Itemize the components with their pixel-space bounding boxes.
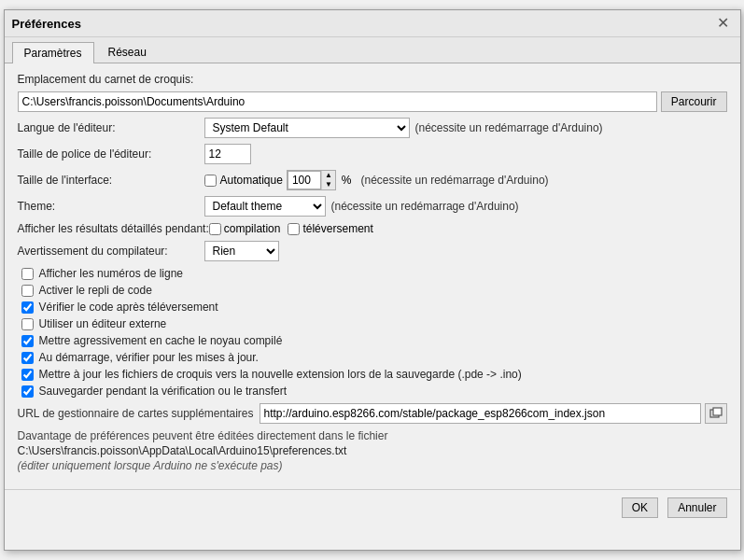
aggressive-cache-checkbox[interactable]: [21, 335, 34, 347]
aggressive-cache-label: Mettre agressivement en cache le noyau c…: [39, 334, 283, 347]
upload-checkbox[interactable]: [288, 223, 300, 235]
url-label: URL de gestionnaire de cartes supplément…: [18, 407, 254, 420]
interface-percent-input[interactable]: [288, 171, 321, 189]
close-button[interactable]: ✕: [713, 16, 733, 31]
code-folding-label: Activer le repli de code: [39, 284, 152, 297]
check-updates-row: Au démarrage, vérifier pour les mises à …: [21, 351, 727, 364]
checkboxes-section: Afficher les numéros de ligne Activer le…: [18, 267, 727, 398]
preferences-dialog: Préférences ✕ Paramètres Réseau Emplacem…: [4, 9, 741, 551]
save-verify-row: Sauvegarder pendant la vérification ou l…: [21, 385, 727, 398]
info-note: (éditer uniquement lorsque Arduino ne s'…: [18, 459, 727, 472]
cancel-button[interactable]: Annuler: [667, 497, 726, 518]
theme-note: (nécessite un redémarrage d'Arduino): [331, 200, 519, 213]
upload-label: téléversement: [302, 222, 372, 235]
url-row: URL de gestionnaire de cartes supplément…: [18, 403, 727, 424]
theme-select[interactable]: Default theme: [204, 196, 326, 217]
compiler-warning-select[interactable]: Rien: [204, 241, 279, 261]
interface-auto-label: Automatique: [220, 174, 283, 187]
font-size-label: Taille de police de l'éditeur:: [18, 147, 204, 161]
compiler-warning-row: Avertissement du compilateur: Rien: [18, 241, 727, 261]
interface-auto-checkbox[interactable]: [204, 175, 217, 187]
show-results-row: Afficher les résultats détaillés pendant…: [18, 222, 727, 235]
interface-row: Taille de l'interface: Automatique ▲ ▼ %…: [18, 170, 727, 190]
dialog-title: Préférences: [12, 17, 81, 31]
line-numbers-label: Afficher les numéros de ligne: [39, 267, 184, 280]
spinner-buttons: ▲ ▼: [321, 171, 335, 189]
check-updates-checkbox[interactable]: [21, 352, 34, 364]
line-numbers-checkbox[interactable]: [21, 268, 34, 280]
tab-reseau[interactable]: Réseau: [96, 41, 159, 63]
compiler-warning-label: Avertissement du compilateur:: [18, 245, 204, 258]
verify-upload-checkbox[interactable]: [21, 301, 34, 314]
title-bar: Préférences ✕: [5, 10, 740, 37]
info-section: Davantage de préférences peuvent être éd…: [18, 429, 727, 472]
external-editor-row: Utiliser un éditeur externe: [21, 317, 727, 330]
interface-controls: Automatique ▲ ▼ % (nécessite un redémarr…: [204, 170, 549, 190]
code-folding-checkbox[interactable]: [21, 285, 34, 297]
spinner-down-button[interactable]: ▼: [322, 180, 335, 189]
theme-row: Theme: Default theme (nécessite un redém…: [18, 196, 727, 217]
external-editor-label: Utiliser un éditeur externe: [39, 317, 167, 330]
bottom-bar: OK Annuler: [5, 489, 740, 525]
tab-bar: Paramètres Réseau: [5, 37, 740, 63]
compilation-checkbox[interactable]: [209, 223, 221, 235]
language-select[interactable]: System Default: [204, 118, 410, 138]
svg-rect-1: [713, 408, 722, 415]
external-editor-checkbox[interactable]: [21, 318, 34, 330]
save-verify-checkbox[interactable]: [21, 385, 34, 398]
interface-note: (nécessite un redémarrage d'Arduino): [360, 174, 548, 187]
percent-label: %: [342, 174, 352, 187]
font-size-row: Taille de police de l'éditeur:: [18, 144, 727, 164]
ok-button[interactable]: OK: [622, 497, 658, 518]
url-input[interactable]: [260, 403, 701, 424]
info-path: C:\Users\francis.poisson\AppData\Local\A…: [18, 444, 727, 457]
compilation-label: compilation: [224, 222, 281, 235]
verify-upload-row: Vérifier le code après téléversement: [21, 301, 727, 314]
compilation-check: compilation: [209, 222, 281, 235]
interface-label: Taille de l'interface:: [18, 174, 204, 187]
aggressive-cache-row: Mettre agressivement en cache le noyau c…: [21, 334, 727, 347]
tab-parametres[interactable]: Paramètres: [12, 42, 94, 63]
sketchbook-input[interactable]: [18, 91, 657, 112]
update-extension-checkbox[interactable]: [21, 369, 34, 381]
save-verify-label: Sauvegarder pendant la vérification ou l…: [39, 385, 288, 398]
line-numbers-row: Afficher les numéros de ligne: [21, 267, 727, 280]
theme-label: Theme:: [18, 200, 204, 213]
info-text: Davantage de préférences peuvent être éd…: [18, 429, 727, 442]
language-row: Langue de l'éditeur: System Default (néc…: [18, 118, 727, 138]
verify-upload-label: Vérifier le code après téléversement: [39, 301, 218, 314]
sketchbook-row: Emplacement du carnet de croquis:: [18, 73, 727, 86]
preferences-content: Emplacement du carnet de croquis: Parcou…: [5, 63, 740, 485]
font-size-input[interactable]: [204, 144, 251, 164]
check-updates-label: Au démarrage, vérifier pour les mises à …: [39, 351, 259, 364]
language-note: (nécessite un redémarrage d'Arduino): [415, 121, 603, 134]
language-label: Langue de l'éditeur:: [18, 121, 204, 134]
inline-checks: compilation téléversement: [209, 222, 373, 235]
update-extension-row: Mettre à jour les fichiers de croquis ve…: [21, 368, 727, 381]
url-icon-button[interactable]: [705, 403, 727, 424]
sketchbook-label: Emplacement du carnet de croquis:: [18, 73, 204, 86]
external-link-icon: [709, 407, 723, 420]
show-results-label: Afficher les résultats détaillés pendant…: [18, 222, 209, 235]
sketchbook-input-row: Parcourir: [18, 91, 727, 112]
update-extension-label: Mettre à jour les fichiers de croquis ve…: [39, 368, 522, 381]
browse-button[interactable]: Parcourir: [661, 91, 727, 112]
spinner-up-button[interactable]: ▲: [322, 171, 335, 180]
upload-check: téléversement: [288, 222, 372, 235]
code-folding-row: Activer le repli de code: [21, 284, 727, 297]
interface-spinner: ▲ ▼: [287, 170, 336, 190]
